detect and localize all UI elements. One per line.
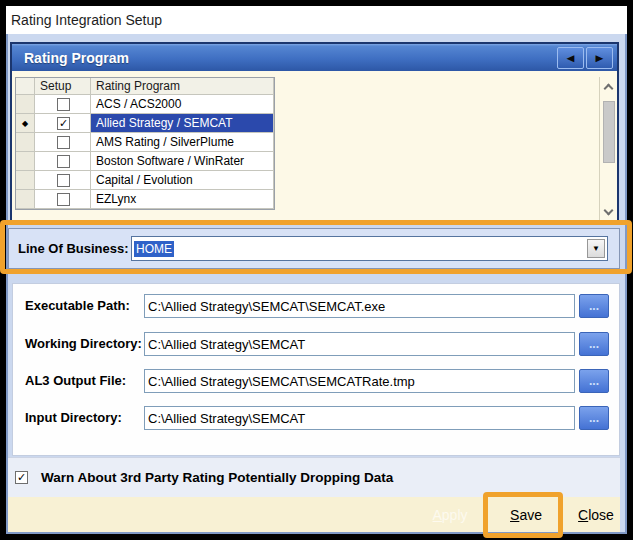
field-input[interactable] <box>144 332 575 356</box>
scrollbar-thumb[interactable] <box>603 101 615 163</box>
setup-cell[interactable] <box>35 190 91 209</box>
setup-checkbox[interactable] <box>57 155 70 168</box>
row-selector-cell[interactable] <box>16 152 35 171</box>
setup-cell[interactable] <box>35 133 91 152</box>
browse-button[interactable]: ... <box>579 332 609 356</box>
field-label: Input Directory: <box>25 410 122 425</box>
grid-row[interactable]: AMS Rating / SilverPlume <box>16 133 274 152</box>
scroll-up-icon[interactable] <box>604 84 614 94</box>
setup-cell[interactable] <box>35 171 91 190</box>
arrow-left-icon: ◄ <box>564 49 577 67</box>
browse-button[interactable]: ... <box>579 406 609 430</box>
setup-cell[interactable]: ✓ <box>35 114 91 133</box>
save-button[interactable]: Save <box>496 505 556 525</box>
line-of-business-combobox[interactable]: HOME ▼ <box>131 236 608 261</box>
rating-program-header: Rating Program ◄ ► <box>12 44 617 71</box>
window-titlebar: Rating Integration Setup <box>6 6 627 34</box>
grid-rows: ACS / ACS2000 ◆ ✓ Allied Strategy / SEMC… <box>16 95 274 209</box>
program-cell[interactable]: Boston Software / WinRater <box>91 152 274 171</box>
line-of-business-label: Line Of Business: <box>18 241 129 256</box>
field-input[interactable] <box>144 369 575 393</box>
vertical-scrollbar[interactable] <box>599 77 617 222</box>
row-selector-cell[interactable]: ◆ <box>16 114 35 133</box>
field-label: AL3 Output File: <box>25 373 126 388</box>
row-selector-cell[interactable] <box>16 95 35 114</box>
field-label: Executable Path: <box>25 298 130 313</box>
warn-label: Warn About 3rd Party Rating Potentially … <box>41 470 393 485</box>
grid-header-program: Rating Program <box>91 78 274 95</box>
grid-row[interactable]: ACS / ACS2000 <box>16 95 274 114</box>
grid-row[interactable]: ◆ ✓ Allied Strategy / SEMCAT <box>16 114 274 133</box>
setup-checkbox[interactable] <box>57 98 70 111</box>
row-selector-cell[interactable] <box>16 133 35 152</box>
row-selector-cell[interactable] <box>16 171 35 190</box>
nav-next-button[interactable]: ► <box>586 47 613 69</box>
combobox-dropdown-button[interactable]: ▼ <box>587 239 605 258</box>
program-cell[interactable]: EZLynx <box>91 190 274 209</box>
program-cell[interactable]: Allied Strategy / SEMCAT <box>91 114 274 133</box>
field-row: Working Directory: ... <box>13 332 619 356</box>
button-bar: Apply Save Close <box>8 497 620 532</box>
field-row: Input Directory: ... <box>13 406 619 430</box>
field-row: Executable Path: ... <box>13 294 619 318</box>
scroll-down-icon[interactable] <box>604 206 614 216</box>
nav-previous-button[interactable]: ◄ <box>557 47 584 69</box>
arrow-right-icon: ► <box>593 49 606 67</box>
grid-header-selector <box>16 78 35 95</box>
row-selector-cell[interactable] <box>16 190 35 209</box>
field-row: AL3 Output File: ... <box>13 369 619 393</box>
grid-row[interactable]: Capital / Evolution <box>16 171 274 190</box>
setup-checkbox[interactable] <box>57 193 70 206</box>
panel-title: Rating Program <box>24 50 555 66</box>
paths-panel: Executable Path: ... Working Directory: … <box>12 283 620 456</box>
close-button[interactable]: Close <box>566 505 626 525</box>
browse-button[interactable]: ... <box>579 369 609 393</box>
field-label: Working Directory: <box>25 336 142 351</box>
program-cell[interactable]: AMS Rating / SilverPlume <box>91 133 274 152</box>
window-title: Rating Integration Setup <box>11 12 162 28</box>
button-separator <box>560 509 561 523</box>
button-separator <box>486 509 487 523</box>
line-of-business-section: Line Of Business: HOME ▼ <box>8 228 620 269</box>
grid-header-row: Setup Rating Program <box>16 78 274 95</box>
warning-section: ✓ Warn About 3rd Party Rating Potentiall… <box>8 457 620 497</box>
setup-cell[interactable] <box>35 95 91 114</box>
browse-button[interactable]: ... <box>579 294 609 318</box>
grid-row[interactable]: EZLynx <box>16 190 274 209</box>
warn-checkbox[interactable]: ✓ <box>15 471 28 484</box>
setup-checkbox[interactable] <box>57 174 70 187</box>
apply-button: Apply <box>420 505 480 525</box>
program-cell[interactable]: Capital / Evolution <box>91 171 274 190</box>
rating-program-panel: Rating Program ◄ ► Setup Rating Program … <box>10 42 619 224</box>
program-cell[interactable]: ACS / ACS2000 <box>91 95 274 114</box>
line-of-business-value: HOME <box>134 241 174 257</box>
rating-program-grid: Setup Rating Program ACS / ACS2000 ◆ ✓ A… <box>15 77 275 210</box>
field-input[interactable] <box>144 294 575 318</box>
field-input[interactable] <box>144 406 575 430</box>
setup-cell[interactable] <box>35 152 91 171</box>
grid-row[interactable]: Boston Software / WinRater <box>16 152 274 171</box>
chevron-down-icon: ▼ <box>592 244 600 253</box>
setup-checkbox[interactable] <box>57 136 70 149</box>
setup-checkbox[interactable]: ✓ <box>57 117 70 130</box>
grid-header-setup: Setup <box>35 78 91 95</box>
